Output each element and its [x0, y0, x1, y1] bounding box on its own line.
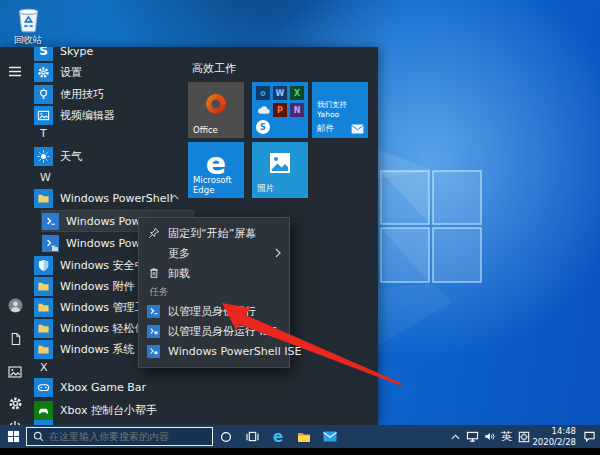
outlook-icon: o [256, 86, 270, 100]
xbox-game-bar-icon [34, 378, 53, 397]
action-center-icon[interactable] [578, 425, 600, 448]
clock[interactable]: 14:48 2020/2/28 [532, 426, 578, 446]
app-video-editor[interactable]: 视频编辑器 [34, 105, 185, 125]
app-skype[interactable]: S Skype [34, 47, 185, 61]
menu-item-more[interactable]: 更多 [139, 243, 289, 263]
app-powershell-folder[interactable]: Windows PowerShell [34, 188, 185, 208]
powershell-icon [42, 213, 59, 230]
menu-item-uninstall[interactable]: 卸载 [139, 263, 289, 283]
recycle-bin-label: 回收站 [6, 34, 50, 47]
office-apps-minigrid: o W X P N S [255, 85, 305, 135]
start-button[interactable] [0, 425, 26, 448]
tile-office[interactable]: Office [188, 82, 244, 138]
excel-icon: X [290, 86, 304, 100]
mail-tile-promo: 我们支持 Yahoo [317, 100, 368, 119]
pin-icon [147, 227, 160, 240]
skype-icon: S [34, 47, 53, 61]
onenote-icon: N [290, 103, 304, 117]
network-icon[interactable] [464, 425, 481, 448]
menu-item-label: 卸载 [168, 266, 190, 281]
app-settings[interactable]: 设置 [34, 62, 185, 82]
app-label: Xbox 控制台小帮手 [60, 403, 157, 418]
menu-item-label: Windows PowerShell ISE [168, 345, 301, 358]
lightbulb-icon [34, 85, 53, 104]
folder-icon [34, 319, 53, 338]
trash-icon [147, 267, 160, 280]
powershell-ise-icon [147, 345, 160, 358]
taskbar: e 英 14:48 2020/2/28 [0, 425, 600, 448]
bottom-black-strip [0, 448, 600, 455]
app-weather[interactable]: 天气 [34, 146, 185, 166]
powerpoint-icon: P [273, 103, 287, 117]
section-header-t[interactable]: T [40, 127, 47, 141]
tile-office-label: Office [193, 125, 218, 135]
tile-mail-yahoo[interactable]: 我们支持 Yahoo 邮件 [312, 82, 368, 138]
edge-taskbar-icon[interactable]: e [265, 425, 291, 448]
volume-icon[interactable] [481, 425, 498, 448]
envelope-icon [351, 124, 364, 134]
word-icon: W [273, 86, 287, 100]
ime-mode-icon[interactable] [515, 425, 532, 448]
folder-icon [34, 277, 53, 296]
windows-desktop: 回收站 S [0, 0, 600, 455]
folder-icon [34, 340, 53, 359]
tray-chevron-up-icon[interactable] [447, 425, 464, 448]
clock-date: 2020/2/28 [532, 437, 576, 447]
tile-photos-label: 照片 [257, 183, 274, 195]
onedrive-icon [256, 103, 270, 117]
app-label: Windows 系统 [60, 342, 135, 357]
menu-item-pin-to-start[interactable]: 固定到“开始”屏幕 [139, 223, 289, 243]
app-tips[interactable]: 使用技巧 [34, 84, 185, 104]
recycle-bin[interactable]: 回收站 [6, 4, 50, 47]
app-label: 天气 [60, 149, 82, 164]
recycle-bin-icon [15, 4, 42, 33]
app-xbox-game-bar[interactable]: Xbox Game Bar [34, 377, 185, 397]
mail-taskbar-icon[interactable] [317, 425, 343, 448]
menu-item-powershell-ise[interactable]: Windows PowerShell ISE [139, 341, 289, 361]
system-tray: 英 14:48 2020/2/28 [447, 425, 600, 448]
menu-item-label: 更多 [168, 246, 190, 261]
section-header-w[interactable]: W [40, 171, 51, 185]
office-logo-icon [204, 92, 228, 116]
gear-icon [34, 63, 53, 82]
menu-item-run-as-admin-ise[interactable]: 以管理员身份运行 ISE [139, 321, 289, 341]
app-label: Windows PowerShell [60, 192, 173, 205]
menu-tasks-header: 任务 [139, 283, 289, 301]
shield-icon [34, 256, 53, 275]
chevron-up-icon[interactable] [170, 194, 179, 200]
tile-edge[interactable]: e Microsoft Edge [188, 142, 244, 198]
clock-time: 14:48 [532, 426, 576, 436]
tile-mail-label: 邮件 [317, 123, 334, 135]
xbox-console-icon [34, 401, 53, 420]
app-label: 设置 [60, 65, 82, 80]
cortana-icon[interactable] [213, 425, 239, 448]
file-explorer-icon[interactable] [291, 425, 317, 448]
app-label: 视频编辑器 [60, 108, 115, 123]
tile-photos[interactable]: 照片 [252, 142, 308, 198]
taskbar-search[interactable] [26, 427, 213, 446]
tile-office-apps-folder[interactable]: o W X P N S [252, 82, 308, 138]
windows-logo-icon [7, 430, 20, 443]
powershell-x86-icon [42, 235, 59, 252]
tile-group-title[interactable]: 高效工作 [192, 61, 236, 76]
folder-icon [34, 189, 53, 208]
powershell-icon [147, 305, 160, 318]
ime-language-indicator[interactable]: 英 [498, 425, 515, 448]
section-header-x[interactable]: X [40, 361, 48, 375]
search-input[interactable] [49, 431, 206, 442]
sun-icon [34, 147, 53, 166]
app-xbox-console[interactable]: Xbox 控制台小帮手 [34, 400, 185, 420]
task-view-icon[interactable] [239, 425, 265, 448]
x86-badge [52, 247, 58, 251]
powershell-context-menu: 固定到“开始”屏幕 更多 卸载 任务 以管理员身份运行 以管理员身份运行 ISE [138, 217, 290, 368]
folder-icon [34, 298, 53, 317]
menu-item-run-as-admin[interactable]: 以管理员身份运行 [139, 301, 289, 321]
tile-edge-label: Microsoft Edge [193, 175, 244, 195]
menu-item-label: 以管理员身份运行 ISE [168, 324, 277, 339]
search-icon [33, 431, 44, 442]
app-label: Xbox Game Bar [60, 381, 146, 394]
menu-item-label: 固定到“开始”屏幕 [168, 226, 256, 241]
photos-icon [269, 152, 291, 174]
app-label: Windows 附件 [60, 279, 135, 294]
video-editor-icon [34, 106, 53, 125]
